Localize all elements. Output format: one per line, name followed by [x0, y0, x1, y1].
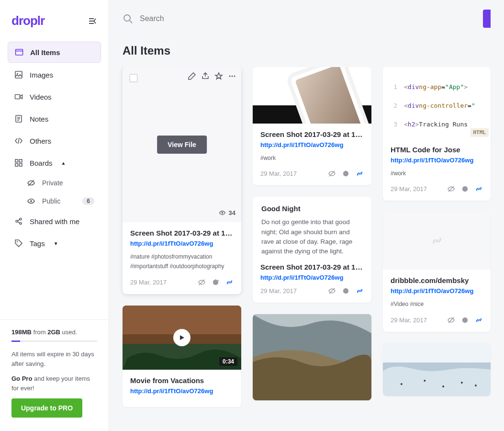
items-grid: View File 34 Screen Shot 2017-03-29 at 1…: [109, 67, 504, 420]
note-preview: Good Night Do not go gentle into that go…: [253, 197, 371, 256]
card-date: 29 Mar, 2017: [260, 287, 297, 295]
nav-images[interactable]: Images: [8, 65, 101, 85]
visibility-icon[interactable]: [198, 278, 206, 286]
card-video[interactable]: 0:34 Movie from Vacations http://d.pr/i/…: [123, 306, 241, 407]
sidebar: droplr All Items Images Videos Notes Oth…: [0, 0, 109, 431]
nav-label: Videos: [30, 93, 52, 101]
svg-point-33: [461, 382, 463, 384]
nav-label: Private: [42, 179, 63, 187]
collapse-sidebar-button[interactable]: [88, 16, 97, 26]
views-number: 34: [229, 209, 235, 216]
card-screenshot-1[interactable]: View File 34 Screen Shot 2017-03-29 at 1…: [123, 67, 241, 294]
destruct-icon[interactable]: [461, 185, 469, 193]
svg-point-32: [442, 386, 444, 387]
card-actions: [447, 316, 483, 324]
public-count-badge: 6: [82, 197, 94, 205]
card-title: Movie from Vacations: [130, 376, 234, 385]
card-preview: 0:34: [123, 306, 241, 370]
svg-rect-3: [15, 95, 20, 99]
boards-sublist: Private Public 6: [8, 175, 101, 209]
link-icon[interactable]: [356, 287, 364, 295]
nav-videos[interactable]: Videos: [8, 87, 101, 107]
destruct-icon[interactable]: [461, 316, 469, 324]
notes-icon: [14, 114, 23, 123]
svg-point-19: [213, 280, 218, 285]
svg-point-9: [30, 200, 32, 202]
card-link[interactable]: http://d.pr/i/1fTtO/avO726wg: [130, 240, 234, 247]
search-input[interactable]: [140, 14, 255, 23]
destruct-icon[interactable]: [342, 287, 350, 295]
nav-boards[interactable]: Boards ▲: [8, 153, 101, 173]
nav-private[interactable]: Private: [20, 175, 101, 191]
collapse-icon: [89, 17, 96, 25]
svg-point-13: [17, 241, 18, 242]
beach-thumbnail: [253, 314, 371, 400]
card-title: Screen Shot 2017-03-29 at 1.25…: [130, 229, 234, 237]
chevron-down-icon: ▼: [54, 241, 58, 246]
play-button[interactable]: [173, 329, 190, 346]
main: All Items View File 34: [109, 0, 504, 431]
card-link[interactable]: http://d.pr/i/1fTtO/avO726wg: [260, 274, 364, 281]
nav-others[interactable]: Others: [8, 131, 101, 151]
edit-icon[interactable]: [188, 72, 196, 80]
visibility-icon[interactable]: [328, 170, 336, 178]
card-link[interactable]: http://d.pr/i/1fTtO/avO726wg: [130, 387, 234, 395]
views-count: 34: [219, 209, 235, 216]
eye-icon: [219, 209, 226, 216]
svg-point-12: [20, 223, 22, 225]
select-checkbox[interactable]: [129, 74, 138, 82]
grid-col-2: Screen Shot 2017-03-29 at 1.25… http://d…: [253, 67, 371, 407]
nav-public[interactable]: Public 6: [20, 193, 101, 209]
storage-text: 198MB from 2GB used.: [11, 329, 97, 336]
card-link-dribbble[interactable]: dribbble.com/dembsky http://d.pr/i/1fTtO…: [383, 212, 491, 331]
svg-rect-0: [16, 49, 23, 55]
card-ice-image[interactable]: [383, 343, 491, 396]
share-icon: [14, 217, 23, 226]
all-items-icon: [15, 48, 23, 57]
expire-copy: All items will expire in 30 days after s…: [11, 350, 97, 368]
nav-tags[interactable]: Tags ▼: [8, 233, 101, 253]
card-screenshot-2[interactable]: Screen Shot 2017-03-29 at 1.25… http://d…: [253, 67, 371, 185]
destruct-icon[interactable]: [212, 278, 220, 286]
page-title: All Items: [109, 37, 504, 67]
gopro-copy: Go Pro and keep your items for ever!: [11, 374, 97, 393]
link-icon[interactable]: [225, 278, 234, 286]
visibility-icon[interactable]: [447, 185, 455, 193]
link-icon[interactable]: [475, 185, 483, 193]
card-tags: #Video #nice: [391, 299, 483, 309]
upgrade-button[interactable]: Upgrade to PRO: [11, 398, 82, 418]
card-beach-image[interactable]: [253, 314, 371, 400]
nav-label: All Items: [30, 48, 60, 57]
visibility-icon[interactable]: [447, 316, 455, 324]
destruct-icon[interactable]: [342, 170, 350, 178]
nav-notes[interactable]: Notes: [8, 109, 101, 129]
svg-point-26: [462, 186, 468, 192]
new-button-edge[interactable]: [483, 10, 491, 28]
card-link[interactable]: http://d.pr/i/1fTtO/avO726wg: [391, 287, 483, 295]
svg-point-15: [229, 76, 231, 77]
star-icon[interactable]: [214, 72, 223, 80]
card-note[interactable]: Good Night Do not go gentle into that go…: [253, 197, 371, 303]
view-file-button[interactable]: View File: [157, 136, 207, 154]
card-code[interactable]: 1<div ng-app="App"> 2 <div ng-controller…: [383, 67, 491, 201]
svg-rect-8: [20, 164, 22, 167]
nav-all-items[interactable]: All Items: [8, 42, 101, 63]
card-link[interactable]: http://d.pr/i/1fTtO/avO726wg: [391, 157, 483, 164]
nav-shared[interactable]: Shared with me: [8, 211, 101, 231]
card-date: 29 Mar, 2017: [130, 279, 167, 286]
nav-label: Public: [42, 197, 60, 205]
card-preview: View File 34: [123, 67, 241, 222]
preview-toolbar: [188, 72, 236, 80]
svg-point-24: [343, 288, 348, 294]
visibility-icon[interactable]: [328, 287, 336, 295]
share-arrow-icon[interactable]: [201, 72, 210, 80]
card-link[interactable]: http://d.pr/i/1fTtO/avO726wg: [260, 141, 364, 148]
link-icon[interactable]: [475, 316, 483, 324]
link-icon[interactable]: [356, 170, 364, 178]
card-actions: [328, 287, 364, 295]
card-footer: 29 Mar, 2017: [260, 287, 364, 295]
card-date: 29 Mar, 2017: [391, 317, 427, 324]
storage-fill: [11, 340, 20, 342]
more-icon[interactable]: [228, 72, 236, 80]
card-footer: 29 Mar, 2017: [391, 185, 483, 193]
